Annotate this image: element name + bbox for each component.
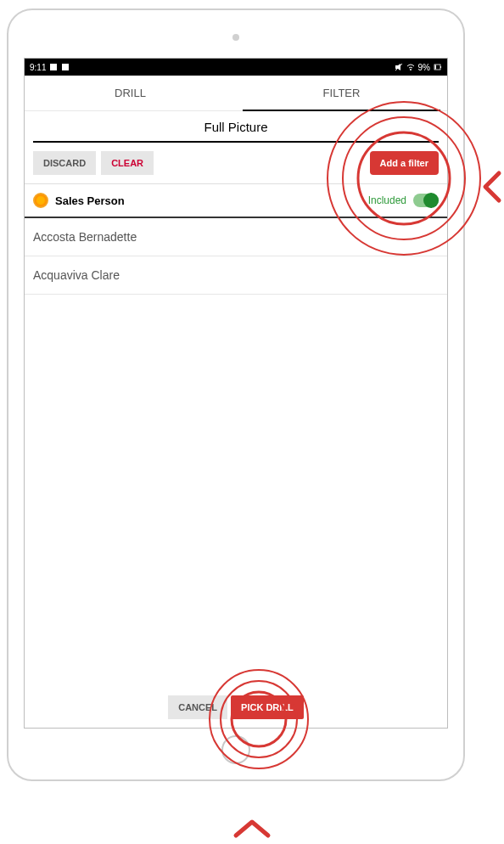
included-label: Included	[368, 194, 406, 206]
screenshot-icon	[49, 63, 58, 71]
pick-drill-button[interactable]: PICK DRILL	[231, 695, 304, 719]
add-filter-button[interactable]: Add a filter	[370, 151, 439, 175]
accessibility-icon	[61, 63, 70, 71]
wifi-icon	[406, 63, 415, 71]
status-time: 9:11	[30, 63, 46, 72]
status-battery: 9%	[418, 63, 430, 72]
chevron-up-icon	[231, 815, 273, 844]
battery-icon	[434, 63, 442, 71]
status-bar: 9:11 9%	[25, 59, 447, 76]
list-item[interactable]: Accosta Bernadette	[25, 218, 447, 256]
footer: CANCEL PICK DRILL	[25, 695, 447, 719]
svg-rect-5	[440, 66, 441, 68]
svg-rect-0	[50, 64, 57, 70]
mute-icon	[395, 63, 403, 71]
page-title: Full Picture	[33, 111, 439, 143]
sales-person-icon	[33, 193, 48, 208]
tablet-frame: 9:11 9%	[7, 8, 465, 781]
home-button[interactable]	[221, 735, 250, 764]
svg-point-3	[410, 69, 412, 70]
toolbar: DISCARD CLEAR Add a filter	[25, 143, 447, 183]
clear-button[interactable]: CLEAR	[101, 151, 154, 175]
tab-filter[interactable]: FILTER	[236, 76, 447, 110]
tab-drill[interactable]: DRILL	[25, 76, 236, 110]
svg-rect-1	[62, 64, 69, 70]
filter-name: Sales Person	[55, 194, 125, 207]
tabs: DRILL FILTER	[25, 76, 447, 111]
filter-header: Sales Person Included	[25, 183, 447, 218]
chevron-left-icon	[480, 170, 504, 207]
included-toggle[interactable]	[413, 194, 439, 207]
camera-icon	[232, 34, 239, 41]
cancel-button[interactable]: CANCEL	[168, 695, 227, 719]
list-item[interactable]: Acquaviva Clare	[25, 256, 447, 295]
discard-button[interactable]: DISCARD	[33, 151, 96, 175]
tab-drill-label: DRILL	[115, 87, 146, 99]
tab-filter-label: FILTER	[323, 87, 361, 99]
screen: 9:11 9%	[24, 58, 448, 729]
svg-rect-6	[435, 65, 437, 70]
